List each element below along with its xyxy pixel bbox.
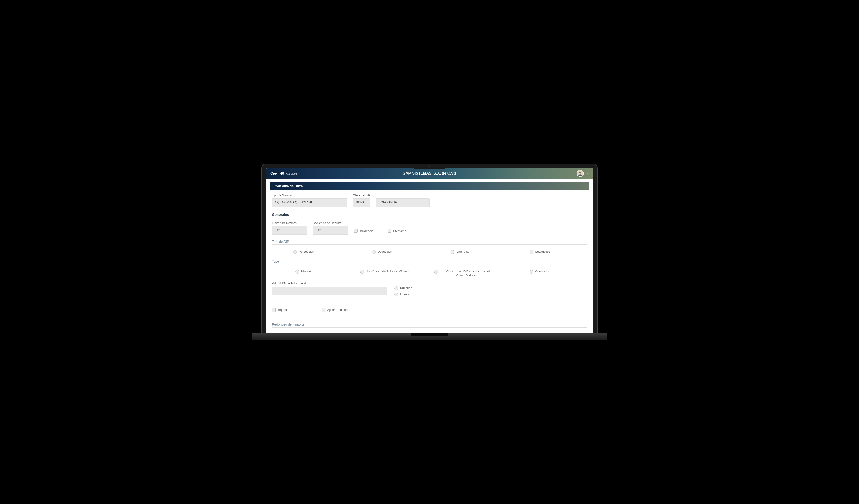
checkbox-icon bbox=[354, 229, 358, 233]
svg-rect-2 bbox=[579, 172, 582, 172]
clave-dip-field: Clave del DIP: BONA BONO ANUAL bbox=[353, 194, 587, 207]
secuencia-input[interactable]: 112 bbox=[313, 226, 348, 235]
tipo-dip-options: Percepción Deducción Empresa bbox=[272, 248, 587, 258]
radio-icon bbox=[530, 250, 533, 254]
checkbox-icon bbox=[272, 308, 276, 312]
avatar[interactable] bbox=[577, 170, 584, 177]
radio-estadistico[interactable]: Estadístico bbox=[509, 250, 587, 254]
screen-bezel: Open HR v.11 Cloud GMP SISTEMAS, S.A. de… bbox=[261, 163, 598, 333]
radio-a-la-unidad[interactable]: A la Unidad bbox=[377, 333, 482, 333]
tipo-nomina-label: Tipo de Nómina: bbox=[272, 194, 347, 197]
radio-deduccion-label: Deducción bbox=[378, 250, 392, 254]
top-bar: Open HR v.11 Cloud GMP SISTEMAS, S.A. de… bbox=[266, 168, 593, 178]
valor-tope-field: Valor del Tope Seleccionado: bbox=[272, 282, 387, 295]
radio-icon bbox=[372, 250, 376, 254]
radio-estadistico-label: Estadístico bbox=[535, 250, 551, 254]
radio-icon bbox=[530, 270, 533, 274]
radio-clave-dip-periodo-label: La Clave de un DIP calculado en el Mismo… bbox=[440, 270, 492, 278]
radio-deduccion[interactable]: Deducción bbox=[351, 250, 430, 254]
laptop-mockup: Open HR v.11 Cloud GMP SISTEMAS, S.A. de… bbox=[261, 163, 598, 341]
clave-dip-label: Clave del DIP: bbox=[353, 194, 587, 197]
panel-header: Consulta de DIP's bbox=[270, 182, 589, 190]
checkbox-icon bbox=[321, 308, 326, 312]
radio-numero-salarios[interactable]: Un Número de Salarios Mínimos bbox=[351, 270, 430, 278]
radio-superior-label: Superior bbox=[400, 286, 411, 290]
imprimir-check[interactable]: Imprimir bbox=[272, 308, 289, 312]
camera-icon bbox=[429, 166, 430, 167]
company-title: GMP SISTEMAS, S.A. de C.V.1 bbox=[403, 171, 456, 175]
imprimir-label: Imprimir bbox=[277, 308, 289, 312]
tipo-dip-title: Tipo de DIP bbox=[272, 238, 587, 245]
radio-clave-dip-periodo[interactable]: La Clave de un DIP calculado en el Mismo… bbox=[430, 270, 509, 278]
radio-icon bbox=[451, 250, 454, 254]
radio-icon bbox=[360, 270, 364, 274]
tope-options: Ninguno Un Número de Salarios Mínimos La… bbox=[272, 268, 587, 282]
checkbox-icon bbox=[388, 229, 391, 233]
valor-tope-input[interactable] bbox=[272, 287, 387, 295]
radio-icon bbox=[434, 270, 438, 274]
clave-recibos-input[interactable]: 112 bbox=[272, 226, 307, 235]
radio-ninguno-label: Ninguno bbox=[301, 270, 312, 274]
radio-a-la-unidad-label: A la Unidad bbox=[413, 333, 429, 333]
radio-superior[interactable]: Superior bbox=[394, 286, 411, 290]
radio-icon bbox=[293, 250, 297, 254]
app-brand: Open HR v.11 Cloud bbox=[270, 172, 297, 175]
user-menu[interactable] bbox=[577, 170, 589, 177]
brand-hr: HR bbox=[280, 172, 284, 175]
clave-dip-code-input[interactable]: BONA bbox=[353, 198, 370, 207]
prestamo-check[interactable]: Préstamo bbox=[388, 229, 406, 233]
laptop-base bbox=[252, 333, 607, 341]
clave-recibos-label: Clave para Recibos: bbox=[272, 221, 307, 225]
radio-empresa[interactable]: Empresa bbox=[430, 250, 509, 254]
avatar-image-icon bbox=[577, 170, 583, 176]
aplica-pension-check[interactable]: Aplica Pensión bbox=[321, 308, 347, 312]
aplica-pension-label: Aplica Pensión bbox=[327, 308, 347, 312]
incidencia-label: Incidencia bbox=[360, 229, 374, 233]
radio-icon bbox=[296, 270, 299, 274]
secuencia-field: Secuencia de Cálculo: 112 bbox=[313, 221, 348, 235]
tipo-nomina-input[interactable]: NQ / NOMINA QUINCENAL bbox=[272, 198, 347, 207]
laptop-hinge-notch bbox=[411, 333, 448, 336]
radio-constante-label: Constante bbox=[535, 270, 549, 274]
radio-numero-salarios-label: Un Número de Salarios Mínimos bbox=[366, 270, 410, 274]
radio-sin-redondeo[interactable]: Sin Redondeo bbox=[272, 333, 377, 333]
brand-version: v.11 Cloud bbox=[286, 172, 297, 175]
prestamo-label: Préstamo bbox=[393, 229, 406, 233]
radio-empresa-label: Empresa bbox=[456, 250, 469, 254]
valor-tope-label: Valor del Tope Seleccionado: bbox=[272, 282, 387, 285]
tipo-nomina-field: Tipo de Nómina: NQ / NOMINA QUINCENAL bbox=[272, 194, 347, 207]
content-area: Consulta de DIP's Tipo de Nómina: NQ / N… bbox=[266, 178, 593, 333]
chevron-down-icon[interactable] bbox=[586, 171, 589, 175]
radio-icon bbox=[394, 293, 398, 297]
redondeo-title: Redondeo del Importe bbox=[272, 321, 587, 328]
secuencia-label: Secuencia de Cálculo: bbox=[313, 221, 348, 225]
radio-percepcion[interactable]: Percepción bbox=[272, 250, 351, 254]
radio-constante[interactable]: Constante bbox=[509, 270, 587, 278]
tope-title: Tope bbox=[272, 258, 587, 265]
radio-inferior[interactable]: Inferior bbox=[394, 293, 411, 297]
radio-icon bbox=[394, 286, 398, 290]
clave-dip-desc-input[interactable]: BONO ANUAL bbox=[376, 198, 430, 207]
radio-ninguno[interactable]: Ninguno bbox=[272, 270, 351, 278]
radio-truncado[interactable]: Truncado bbox=[482, 333, 587, 333]
redondeo-options: Sin Redondeo A la Unidad Truncado bbox=[272, 331, 587, 333]
app-screen: Open HR v.11 Cloud GMP SISTEMAS, S.A. de… bbox=[266, 168, 593, 333]
generales-title: Generales bbox=[272, 210, 587, 218]
radio-inferior-label: Inferior bbox=[400, 293, 409, 297]
radio-percepcion-label: Percepción bbox=[299, 250, 314, 254]
clave-recibos-field: Clave para Recibos: 112 bbox=[272, 221, 307, 235]
divider bbox=[272, 301, 587, 301]
radio-sin-redondeo-label: Sin Redondeo bbox=[308, 333, 328, 333]
radio-truncado-label: Truncado bbox=[518, 333, 531, 333]
laptop-notch bbox=[413, 164, 446, 169]
incidencia-check[interactable]: Incidencia bbox=[354, 229, 374, 233]
brand-open: Open bbox=[270, 172, 278, 175]
